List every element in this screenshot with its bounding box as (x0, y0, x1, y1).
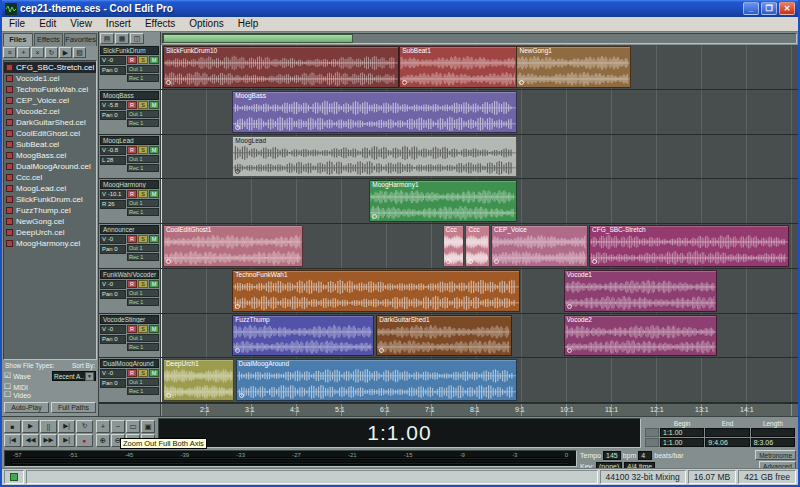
options-icon[interactable]: ▧ (73, 47, 86, 58)
record-arm-button[interactable]: R (127, 101, 137, 109)
view-field[interactable]: 9:4.06 (705, 438, 749, 447)
track-lane[interactable]: MoogBass (161, 90, 798, 134)
record-arm-button[interactable]: R (127, 280, 137, 288)
audio-clip[interactable]: CoolEditGhost1 (163, 225, 303, 267)
track-record-device[interactable]: Rec 1 (127, 208, 159, 216)
mute-button[interactable]: M (149, 190, 159, 198)
solo-button[interactable]: S (138, 325, 148, 333)
track-volume[interactable]: V -0 (100, 56, 126, 65)
filter-video[interactable]: ☐Video (4, 391, 96, 399)
track-lane[interactable]: MoogLead (161, 135, 798, 179)
file-item[interactable]: NewGong.cel (4, 216, 96, 227)
title-bar[interactable]: cep21-theme.ses - Cool Edit Pro _ ❐ ✕ (2, 0, 798, 17)
zoom-selection-icon[interactable]: ▣ (141, 420, 155, 433)
solo-button[interactable]: S (138, 190, 148, 198)
sel-field[interactable] (751, 428, 795, 437)
solo-button[interactable]: S (138, 101, 148, 109)
sort-by-select[interactable]: Recent A.. ▼ (52, 371, 96, 381)
mute-button[interactable]: M (149, 101, 159, 109)
track-output[interactable]: Out 1 (127, 199, 159, 207)
tab-favorites[interactable]: Favorites (64, 33, 97, 46)
track-record-device[interactable]: Rec 1 (127, 343, 159, 351)
import-file-icon[interactable]: ≡ (3, 47, 16, 58)
track-lane[interactable]: TechnoFunkWah1Vocode1 (161, 269, 798, 313)
sel-field[interactable] (705, 428, 749, 437)
track-name[interactable]: MoogHarmony (100, 180, 159, 189)
add-file-icon[interactable]: + (17, 47, 30, 58)
track-output[interactable]: Out 1 (127, 378, 159, 386)
auto-play-button[interactable]: Auto-Play (4, 402, 49, 413)
file-item[interactable]: DeepUrch.cel (4, 227, 96, 238)
mute-button[interactable]: M (149, 56, 159, 64)
audio-clip[interactable]: MoogLead (232, 136, 517, 178)
audio-clip[interactable]: Vocode2 (564, 315, 718, 357)
file-item[interactable]: FuzzThump.cel (4, 205, 96, 216)
menu-edit[interactable]: Edit (32, 17, 63, 31)
record-arm-button[interactable]: R (127, 369, 137, 377)
rewind-button[interactable]: ◀◀ (22, 434, 39, 447)
stop-button[interactable]: ■ (4, 420, 21, 433)
track-name[interactable]: MoogLead (100, 136, 159, 145)
pause-button[interactable]: || (40, 420, 57, 433)
track-pan[interactable]: L 28 (100, 156, 126, 165)
audio-clip[interactable]: TechnoFunkWah1 (232, 270, 520, 312)
file-item[interactable]: DualMoogAround.cel (4, 161, 96, 172)
play-to-end-button[interactable]: ▶| (58, 420, 75, 433)
play-button[interactable]: ▶ (22, 420, 39, 433)
zoom-in-horizontal-icon[interactable]: ⊕ (96, 434, 110, 447)
track-name[interactable]: DualMoogAround (100, 359, 159, 368)
audio-clip[interactable]: Ccc (443, 225, 465, 267)
track-output[interactable]: Out 1 (127, 155, 159, 163)
track-lane[interactable]: SlickFunkDrum10SubBeat1NewGong1 (161, 45, 798, 89)
filter-midi[interactable]: ☐MIDI (4, 383, 96, 391)
track-lane[interactable]: MoogHarmony1 (161, 179, 798, 223)
track-volume[interactable]: V -0.8 (100, 146, 126, 155)
file-item[interactable]: CFG_SBC-Stretch.cel (4, 62, 96, 73)
solo-button[interactable]: S (138, 369, 148, 377)
mute-button[interactable]: M (149, 325, 159, 333)
track-volume[interactable]: V -10.1 (100, 190, 126, 199)
filter-wave[interactable]: ☑Wave (4, 372, 31, 380)
record-arm-button[interactable]: R (127, 235, 137, 243)
menu-effects[interactable]: Effects (138, 17, 182, 31)
record-button[interactable]: ● (76, 434, 93, 447)
audio-clip[interactable]: SlickFunkDrum10 (163, 46, 399, 88)
audio-clip[interactable]: DualMoogAround (236, 359, 518, 401)
audio-clip[interactable]: CFG_SBC-Stretch (589, 225, 789, 267)
audio-clip[interactable]: MoogBass (232, 91, 517, 133)
go-to-start-button[interactable]: |◀ (4, 434, 21, 447)
track-volume[interactable]: V -5.8 (100, 101, 126, 110)
tempo-field[interactable]: 145 (603, 451, 621, 460)
file-item[interactable]: Ccc.cel (4, 172, 96, 183)
zoom-out-icon[interactable]: − (111, 420, 125, 433)
mute-button[interactable]: M (149, 146, 159, 154)
maximize-button[interactable]: ❐ (761, 2, 777, 15)
track-output[interactable]: Out 1 (127, 244, 159, 252)
file-item[interactable]: MoogBass.cel (4, 150, 96, 161)
cd-view-icon[interactable]: ◫ (130, 33, 144, 44)
file-item[interactable]: MoogLead.cel (4, 183, 96, 194)
track-lane[interactable]: FuzzThumpDarkGuitarShed1Vocode2 (161, 314, 798, 358)
audio-clip[interactable]: FuzzThump (232, 315, 374, 357)
track-pan[interactable]: Pan 0 (100, 66, 126, 75)
close-button[interactable]: ✕ (779, 2, 795, 15)
go-to-end-button[interactable]: ▶| (58, 434, 75, 447)
track-name[interactable]: VocodeStinger (100, 315, 159, 324)
file-item[interactable]: SubBeat.cel (4, 139, 96, 150)
track-volume[interactable]: V -0 (100, 325, 126, 334)
track-pan[interactable]: R 26 (100, 200, 126, 209)
file-item[interactable]: CoolEditGhost.cel (4, 128, 96, 139)
view-field[interactable]: 8:3.06 (751, 438, 795, 447)
file-list[interactable]: CFG_SBC-Stretch.celVocode1.celTechnoFunk… (3, 60, 97, 360)
track-record-device[interactable]: Rec 1 (127, 74, 159, 82)
audio-clip[interactable]: SubBeat1 (399, 46, 517, 88)
track-pan[interactable]: Pan 0 (100, 379, 126, 388)
timeline-ruler[interactable]: 2:13:14:15:16:17:18:19:110:111:112:113:1… (99, 403, 798, 416)
track-name[interactable]: FunkWah/Vocoder (100, 270, 159, 279)
menu-options[interactable]: Options (182, 17, 230, 31)
track-output[interactable]: Out 1 (127, 289, 159, 297)
record-arm-button[interactable]: R (127, 325, 137, 333)
sel-field[interactable]: 1:1.00 (660, 428, 704, 437)
track-record-device[interactable]: Rec 1 (127, 298, 159, 306)
file-item[interactable]: CEP_Voice.cel (4, 95, 96, 106)
